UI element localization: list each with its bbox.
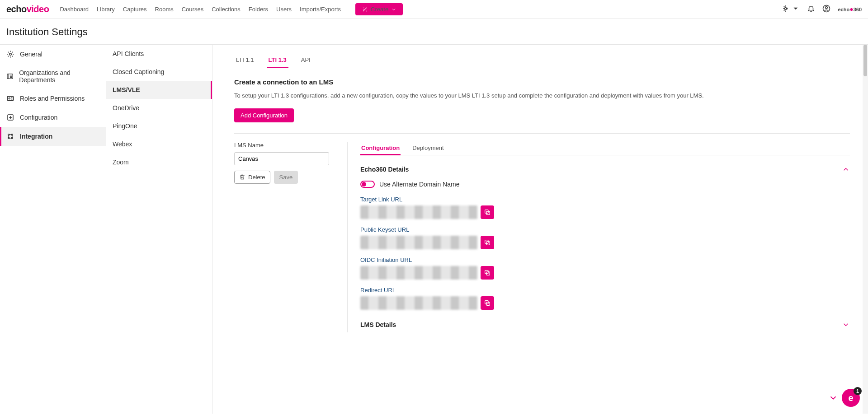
nav-folders[interactable]: Folders	[249, 6, 268, 13]
app-logo[interactable]: echovideo	[6, 4, 49, 14]
nav-collections[interactable]: Collections	[212, 6, 241, 13]
svg-point-12	[11, 137, 13, 139]
fab-badge: 1	[854, 387, 862, 395]
scrollbar-thumb[interactable]	[863, 45, 867, 76]
sidebar-item-closed-captioning[interactable]: Closed Captioning	[106, 63, 212, 81]
settings-dropdown-icon[interactable]	[782, 5, 800, 14]
save-button: Save	[274, 171, 298, 184]
sidebar-item-label: PingOne	[113, 122, 137, 130]
svg-marker-1	[794, 8, 798, 10]
nav-courses[interactable]: Courses	[182, 6, 203, 13]
sidebar-item-webex[interactable]: Webex	[106, 135, 212, 153]
nav-rooms[interactable]: Rooms	[155, 6, 174, 13]
svg-point-10	[11, 134, 13, 135]
delete-button[interactable]: Delete	[234, 171, 270, 184]
subtab-label: Configuration	[361, 145, 400, 151]
lms-name-label: LMS Name	[234, 142, 329, 149]
layout: General Organizations and Departments Ro…	[0, 45, 868, 414]
copy-button[interactable]	[481, 266, 494, 280]
logo-text-echo: echo	[6, 4, 27, 14]
subtab-deployment[interactable]: Deployment	[411, 142, 444, 155]
help-fab-button[interactable]: e 1	[842, 389, 860, 407]
sidebar-item-label: API Clients	[113, 50, 144, 57]
copy-icon	[484, 269, 491, 276]
svg-point-7	[9, 98, 10, 99]
sidebar-item-configuration[interactable]: Configuration	[0, 108, 106, 127]
copy-icon	[484, 299, 491, 307]
bell-icon[interactable]	[807, 5, 815, 14]
gear-icon	[6, 50, 14, 58]
delete-button-label: Delete	[248, 174, 265, 181]
tab-label: LTI 1.1	[236, 56, 254, 63]
tab-label: LTI 1.3	[269, 56, 287, 63]
sidebar-item-roles-permissions[interactable]: Roles and Permissions	[0, 89, 106, 108]
svg-point-4	[9, 53, 12, 56]
copy-button[interactable]	[481, 296, 494, 310]
echo360-details-accordion-header[interactable]: Echo360 Details	[360, 162, 850, 177]
fab-letter: e	[848, 393, 853, 403]
field-label: Public Keyset URL	[360, 226, 850, 233]
config-area: LMS Name Delete Save Configuration Deplo…	[234, 142, 850, 332]
svg-point-9	[8, 134, 9, 135]
sidebar-item-label: Integration	[20, 133, 52, 140]
integration-icon	[6, 132, 14, 140]
section-heading: Create a connection to an LMS	[234, 78, 850, 86]
tab-lti11[interactable]: LTI 1.1	[234, 53, 256, 68]
nav-library[interactable]: Library	[97, 6, 115, 13]
field-label: OIDC Initiation URL	[360, 256, 850, 263]
copy-icon	[484, 209, 491, 216]
sidebar-item-general[interactable]: General	[0, 45, 106, 64]
sidebar-item-label: Configuration	[20, 114, 57, 121]
subtab-configuration[interactable]: Configuration	[360, 142, 401, 155]
field-label: Redirect URI	[360, 287, 850, 294]
chevron-down-icon[interactable]	[828, 393, 838, 403]
section-subtext: To setup your LTI 1.3 configurations, ad…	[234, 91, 850, 100]
copy-icon	[484, 239, 491, 246]
scrollbar[interactable]	[863, 45, 868, 414]
sidebar-item-api-clients[interactable]: API Clients	[106, 45, 212, 63]
tab-api[interactable]: API	[299, 53, 312, 68]
sidebar-item-onedrive[interactable]: OneDrive	[106, 99, 212, 117]
logo-text-video: video	[27, 4, 49, 14]
lms-details-accordion-header[interactable]: LMS Details	[360, 317, 850, 332]
nav-captures[interactable]: Captures	[123, 6, 147, 13]
small-brand-logo[interactable]: echo●360	[838, 7, 862, 12]
toggle-knob	[362, 182, 366, 187]
sidebar-item-label: OneDrive	[113, 104, 139, 112]
field-target-link-url: Target Link URL	[360, 196, 850, 219]
svg-point-3	[826, 7, 828, 9]
copy-button[interactable]	[481, 236, 494, 249]
alternate-domain-toggle-row: Use Alternate Domain Name	[360, 181, 850, 188]
help-widget: e 1	[828, 389, 860, 407]
svg-point-11	[8, 137, 9, 139]
nav-dashboard[interactable]: Dashboard	[60, 6, 89, 13]
button-label: Add Configuration	[241, 112, 288, 119]
intro-section: Create a connection to an LMS To setup y…	[234, 78, 850, 122]
field-value-row	[360, 205, 850, 219]
tab-lti13[interactable]: LTI 1.3	[267, 53, 288, 68]
sidebar-item-integration[interactable]: Integration	[0, 127, 106, 146]
nav-imports-exports[interactable]: Imports/Exports	[300, 6, 341, 13]
trash-icon	[239, 174, 245, 180]
copy-button[interactable]	[481, 205, 494, 219]
id-card-icon	[6, 94, 14, 103]
nav-users[interactable]: Users	[276, 6, 292, 13]
sidebar-item-pingone[interactable]: PingOne	[106, 117, 212, 135]
main-content: LTI 1.1 LTI 1.3 API Create a connection …	[212, 45, 868, 414]
sidebar-item-lms-vle[interactable]: LMS/VLE	[106, 81, 212, 99]
svg-point-0	[784, 8, 787, 10]
sidebar-item-zoom[interactable]: Zoom	[106, 153, 212, 171]
sidebar-item-label: Closed Captioning	[113, 68, 164, 75]
add-configuration-button[interactable]: Add Configuration	[234, 108, 294, 122]
lms-name-input[interactable]	[234, 152, 329, 165]
config-right-panel: Configuration Deployment Echo360 Details…	[347, 142, 850, 332]
config-left-panel: LMS Name Delete Save	[234, 142, 329, 184]
user-icon[interactable]	[822, 5, 830, 14]
field-value-row	[360, 266, 850, 280]
sidebar-item-orgs-depts[interactable]: Organizations and Departments	[0, 64, 106, 89]
sidebar-item-label: Webex	[113, 140, 132, 148]
create-button[interactable]: Create	[355, 3, 403, 15]
sidebar-item-label: Zoom	[113, 159, 129, 166]
alternate-domain-toggle[interactable]	[360, 181, 375, 188]
save-button-label: Save	[279, 174, 293, 181]
